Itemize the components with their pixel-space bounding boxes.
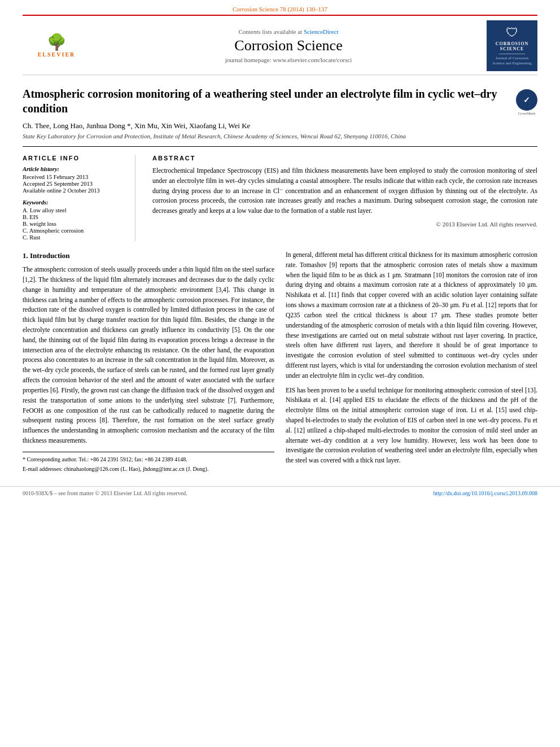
journal-title-row: 🌳 ELSEVIER Contents lists available at S… <box>23 15 537 75</box>
elsevier-tree-icon: 🌳 <box>47 34 67 50</box>
elsevier-text: ELSEVIER <box>38 51 76 58</box>
history-title: Article history: <box>23 166 126 172</box>
journal-center: Contents lists available at ScienceDirec… <box>90 28 487 63</box>
badge-divider <box>499 54 526 54</box>
footnote-email: E-mail addresses: chinahaolong@126.com (… <box>23 465 274 473</box>
journal-header: Corrosion Science 78 (2014) 130–137 🌳 EL… <box>0 0 560 75</box>
keywords-title: Keywords: <box>23 199 126 206</box>
keyword-2: B. EIS <box>23 214 126 220</box>
journal-homepage: journal homepage: www.elsevier.com/locat… <box>90 56 487 63</box>
body-col-left: 1. Introduction The atmospheric corrosio… <box>23 250 274 475</box>
citation-text: Corrosion Science 78 (2014) 130–137 <box>233 6 327 12</box>
badge-shield-icon: 🛡 <box>506 25 518 40</box>
copyright: © 2013 Elsevier Ltd. All rights reserved… <box>152 221 537 228</box>
intro-para-3: EIS has been proven to be a useful techn… <box>286 386 537 466</box>
issn-text: 0010-938X/$ – see front matter © 2013 El… <box>23 490 187 496</box>
info-columns: ARTICLE INFO Article history: Received 1… <box>23 155 537 241</box>
body-col-right: In general, different metal has differen… <box>286 250 537 475</box>
citation-bar: Corrosion Science 78 (2014) 130–137 <box>23 6 537 12</box>
article-title: Atmospheric corrosion monitoring of a we… <box>23 86 537 116</box>
article-history: Article history: Received 15 February 20… <box>23 166 126 194</box>
available-date: Available online 2 October 2013 <box>23 187 126 194</box>
keywords-section: Keywords: A. Low alloy steel B. EIS B. w… <box>23 199 126 241</box>
abstract-text: Electrochemical Impedance Spectroscopy (… <box>152 166 537 216</box>
doi-link[interactable]: http://dx.doi.org/10.1016/j.corsci.2013.… <box>433 490 537 496</box>
contents-available: Contents lists available at ScienceDirec… <box>90 28 487 35</box>
journal-badge: 🛡 CORROSION SCIENCE Journal of Corrosion… <box>487 20 537 71</box>
journal-name: Corrosion Science <box>90 37 487 54</box>
section-1-title: 1. Introduction <box>23 250 274 261</box>
footnote-star: * Corresponding author. Tel.: +86 24 239… <box>23 456 274 464</box>
received-date: Received 15 February 2013 <box>23 174 126 180</box>
elsevier-logo: 🌳 ELSEVIER <box>23 34 90 58</box>
crossmark-logo: ✓ CrossMark <box>516 89 537 116</box>
affiliation: State Key Laboratory for Corrosion and P… <box>23 133 537 147</box>
keyword-5: C. Rust <box>23 234 126 241</box>
crossmark-label: CrossMark <box>516 111 537 116</box>
footnotes: * Corresponding author. Tel.: +86 24 239… <box>23 452 274 473</box>
intro-para-2: In general, different metal has differen… <box>286 250 537 381</box>
badge-subtitle: Journal of Corrosion Science and Enginee… <box>490 56 534 66</box>
abstract-header: ABSTRACT <box>152 155 537 161</box>
badge-title-line1: CORROSION SCIENCE <box>496 41 528 52</box>
authors: Ch. Thee, Long Hao, Junhua Dong *, Xin M… <box>23 121 537 130</box>
crossmark-icon: ✓ <box>516 89 537 111</box>
keyword-4: C. Atmospheric corrosion <box>23 228 126 234</box>
article-area: ✓ CrossMark Atmospheric corrosion monito… <box>0 75 560 486</box>
page-footer: 0010-938X/$ – see front matter © 2013 El… <box>0 486 560 500</box>
accepted-date: Accepted 25 September 2013 <box>23 181 126 187</box>
intro-para-1: The atmospheric corrosion of steels usua… <box>23 265 274 446</box>
abstract-col: ABSTRACT Electrochemical Impedance Spect… <box>152 155 537 241</box>
keyword-1: A. Low alloy steel <box>23 207 126 213</box>
article-info-header: ARTICLE INFO <box>23 155 126 161</box>
keyword-3: B. weight loss <box>23 221 126 227</box>
body-columns: 1. Introduction The atmospheric corrosio… <box>23 250 537 475</box>
page-container: Corrosion Science 78 (2014) 130–137 🌳 EL… <box>0 0 560 747</box>
science-direct-link[interactable]: ScienceDirect <box>304 28 339 35</box>
article-info-col: ARTICLE INFO Article history: Received 1… <box>23 155 135 241</box>
article-title-block: ✓ CrossMark Atmospheric corrosion monito… <box>23 86 537 116</box>
